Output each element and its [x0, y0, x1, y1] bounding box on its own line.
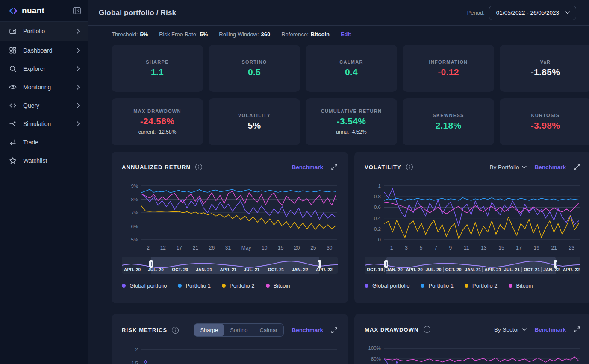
expand-icon[interactable] [574, 326, 580, 333]
sidebar: nuant PortfolioDashboardExplorerMonitori… [0, 0, 88, 364]
info-icon[interactable] [195, 163, 203, 171]
benchmark-link[interactable]: Benchmark [534, 164, 566, 170]
info-icon[interactable] [406, 163, 413, 171]
filter-item: Rolling Window:360 [219, 31, 270, 38]
x-tick: 7 [434, 245, 437, 251]
timeline-handle-left[interactable] [149, 260, 153, 268]
timeline-handle-right[interactable] [554, 260, 557, 268]
legend-dot [421, 284, 424, 288]
filter-value: Bitcoin [311, 31, 330, 38]
dashboard-icon [9, 46, 17, 55]
main-area: Global portfolio / Risk Period: 01/05/20… [88, 0, 589, 364]
panel-header: RISK METRICSSharpeSortinoCalmarBenchmark [122, 323, 338, 337]
legend-label: Bitcoin [516, 282, 533, 289]
legend-item-bitcoin[interactable]: Bitcoin [266, 282, 290, 289]
timeline-brush[interactable]: APR. 20JUL. 20OCT. 20JAN. 21APR. 21JUL. … [122, 257, 338, 274]
x-tick: 30 [327, 245, 332, 251]
sidebar-item-trade[interactable]: Trade [0, 133, 88, 151]
sidebar-header: nuant [0, 0, 88, 21]
legend-item-global-portfolio[interactable]: Global portfolio [122, 282, 167, 289]
metric-label: CUMULATIVE RETURN [321, 109, 382, 114]
sidebar-item-query[interactable]: Query [0, 96, 88, 114]
group-by-label: By Portfolio [489, 164, 519, 170]
logo-icon [9, 7, 18, 15]
legend-item-global-portfolio[interactable]: Global portfolio [365, 282, 409, 289]
sidebar-item-portfolio[interactable]: Portfolio [0, 22, 88, 41]
chart-legend: Global portfolioPortfolio 1Portfolio 2Bi… [365, 282, 580, 289]
charts-grid: ANNUALIZED RETURNBenchmark9%8%7%6%5%2121… [112, 152, 589, 364]
legend-item-portfolio-2[interactable]: Portfolio 2 [465, 282, 498, 289]
legend-label: Portfolio 2 [472, 282, 498, 289]
sidebar-item-watchlist[interactable]: Watchlist [0, 151, 88, 170]
timeline-label: JAN. 20 [384, 267, 403, 272]
sidebar-item-explorer[interactable]: Explorer [0, 59, 88, 78]
timeline-label: APR. 22 [314, 267, 333, 272]
sidebar-collapse-icon[interactable] [73, 7, 81, 14]
timeline-label: JAN. 21 [194, 267, 212, 272]
filter-label: Risk Free Rate: [159, 31, 197, 39]
group-by-dropdown[interactable]: By Portfolio [489, 164, 527, 170]
metric-subtext: current: -12.58% [138, 129, 177, 135]
logo-text: nuant [22, 6, 44, 15]
svg-text:7%: 7% [131, 210, 138, 215]
legend-dot [266, 284, 270, 288]
top-bar: Global portfolio / Risk Period: 01/05/20… [88, 0, 589, 26]
metric-label: SORTINO [241, 59, 267, 65]
svg-text:1: 1 [378, 183, 381, 188]
filter-label: Threshold: [112, 31, 138, 39]
legend-item-portfolio-1[interactable]: Portfolio 1 [421, 282, 454, 289]
benchmark-link[interactable]: Benchmark [292, 164, 323, 170]
metric-card-volatility: VOLATILITY5% [209, 98, 300, 145]
metric-value: 0.4 [345, 67, 358, 77]
legend-item-bitcoin[interactable]: Bitcoin [509, 282, 533, 289]
legend-item-portfolio-1[interactable]: Portfolio 1 [178, 282, 211, 289]
sidebar-item-simulation[interactable]: Simulation [0, 114, 88, 133]
legend-label: Portfolio 2 [230, 282, 255, 289]
chart-plot: 100%80% [365, 346, 580, 364]
x-axis-ticks: 1357911131517192123 [384, 245, 580, 251]
timeline-label: JUL. 21 [242, 267, 260, 272]
timeline-handle-right[interactable] [318, 260, 321, 268]
timeline-label: OCT. 20 [443, 267, 462, 272]
panel-controls: SharpeSortinoCalmarBenchmark [194, 323, 338, 337]
info-icon[interactable] [171, 326, 179, 334]
filter-value: 5% [140, 31, 148, 38]
panel-header: VOLATILITYBy PortfolioBenchmark [365, 161, 580, 173]
chevron-down-icon [522, 166, 527, 169]
legend-label: Bitcoin [274, 282, 290, 289]
sidebar-item-dashboard[interactable]: Dashboard [0, 41, 88, 59]
tab-sortino[interactable]: Sortino [224, 324, 253, 336]
legend-label: Global portfolio [372, 282, 409, 289]
expand-icon[interactable] [331, 327, 338, 334]
chart-title: RISK METRICS [122, 327, 167, 333]
legend-dot [178, 284, 182, 288]
benchmark-link[interactable]: Benchmark [292, 327, 323, 333]
x-tick: 13 [481, 245, 486, 251]
group-by-dropdown[interactable]: By Sector [494, 326, 527, 333]
sidebar-item-monitoring[interactable]: Monitoring [0, 78, 88, 96]
tab-sharpe[interactable]: Sharpe [194, 324, 224, 336]
page-title: Global portfolio / Risk [99, 9, 176, 17]
x-tick: 2 [147, 245, 150, 251]
expand-icon[interactable] [574, 164, 580, 170]
edit-button[interactable]: Edit [341, 31, 351, 38]
timeline-brush[interactable]: OCT. 19JAN. 20APR. 20JUL. 20OCT. 20JAN. … [365, 257, 580, 274]
expand-icon[interactable] [331, 164, 338, 170]
chevron-right-icon [77, 47, 80, 53]
tab-calmar[interactable]: Calmar [254, 324, 284, 336]
legend-item-portfolio-2[interactable]: Portfolio 2 [222, 282, 255, 289]
filter-value: 5% [200, 31, 208, 38]
x-tick: 5 [420, 245, 423, 251]
filter-value: 360 [261, 31, 271, 38]
timeline-label: JUL. 21 [502, 267, 520, 272]
metric-card-skewness: SKEWNESS2.18% [403, 98, 494, 145]
benchmark-link[interactable]: Benchmark [534, 326, 566, 333]
period-select[interactable]: 01/05/2022 - 26/05/2023 [489, 6, 576, 20]
timeline-handle-left[interactable] [384, 260, 388, 268]
x-tick: 12 [160, 245, 166, 251]
x-tick: 15 [498, 245, 504, 251]
x-tick: 11 [464, 245, 469, 251]
timeline-label: APR. 20 [404, 267, 423, 272]
info-icon[interactable] [423, 326, 431, 333]
chart-title: ANNUALIZED RETURN [122, 164, 191, 170]
